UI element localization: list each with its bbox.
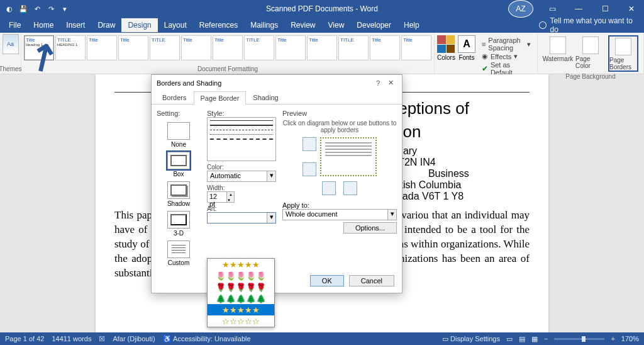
maximize-icon[interactable]: ☐ [592,0,618,18]
setting-none[interactable]: None [157,122,201,148]
art-dropdown: ★★★★★ 🌷🌷🌷🌷🌷 🌹🌹🌹🌹🌹 🌲🌲🌲🌲🌲 ★★★★★ ☆☆☆☆☆ [207,258,275,327]
zoom-level[interactable]: 170% [621,335,639,342]
setting-label: Setting: [157,110,201,117]
dialog-tab-borders[interactable]: Borders [155,91,194,104]
options-button[interactable]: Options... [343,222,397,234]
tell-me-text: Tell me what you want to do [550,16,641,34]
style-thumb[interactable]: TITLE [338,35,369,60]
zoom-in-icon[interactable]: + [611,335,614,342]
setting-3d[interactable]: 3-D [157,211,201,237]
zoom-slider[interactable] [554,338,604,340]
tab-review[interactable]: Review [284,18,321,32]
title-bar: ◐ 💾 ↶ ↷ ▾ Scanned PDF Documents - Word A… [0,0,644,18]
art-option[interactable]: ★★★★★ [208,259,274,270]
tab-mailings[interactable]: Mailings [244,18,284,32]
setting-custom[interactable]: Custom [157,240,201,266]
themes-label: Themes [0,65,22,74]
style-thumb[interactable]: Title [87,35,117,60]
dialog-tab-shading[interactable]: Shading [246,91,285,104]
border-bottom-button[interactable] [303,162,316,176]
view-web-icon[interactable]: ▦ [531,335,538,343]
preview-label: Preview [282,110,397,117]
ribbon-options-icon[interactable]: ▭ [540,0,565,18]
style-thumb[interactable]: Title [181,35,211,60]
status-language[interactable]: Afar (Djibouti) [113,335,155,342]
status-accessibility[interactable]: ♿ Accessibility: Unavailable [163,335,251,343]
themes-button[interactable]: Aa [3,34,19,54]
tab-view[interactable]: View [322,18,351,32]
style-thumb[interactable]: Title [275,35,306,60]
page-borders-button[interactable]: Page Borders [608,35,638,72]
art-label: Art: [207,205,276,212]
redo-icon[interactable]: ↷ [47,4,55,13]
style-thumb[interactable]: Title [307,35,337,60]
width-spinner[interactable]: 12 pt▲▼ [207,191,235,203]
lightbulb-icon [539,21,547,29]
art-option[interactable]: 🌷🌷🌷🌷🌷 [208,270,274,281]
effects-button[interactable]: ◉ Effects ▾ [482,52,531,60]
style-thumb[interactable]: Title [118,35,148,60]
dialog-close-icon[interactable]: ✕ [384,79,397,87]
tab-file[interactable]: File [3,18,27,32]
tab-help[interactable]: Help [397,18,426,32]
tab-references[interactable]: References [193,18,244,32]
autosave-icon[interactable]: ◐ [5,4,14,13]
art-option[interactable]: ☆☆☆☆☆ [208,315,274,327]
tab-draw[interactable]: Draw [91,18,121,32]
style-gallery[interactable]: TitleHeading 1 TITLEHEADING 1 Title Titl… [24,34,431,62]
docfmt-label: Document Formatting [24,65,431,74]
border-preview[interactable] [320,137,377,176]
zoom-out-icon[interactable]: − [544,335,548,342]
setting-shadow[interactable]: Shadow [157,181,201,207]
art-option-selected[interactable]: ★★★★★ [208,304,274,315]
border-left-button[interactable] [322,181,336,195]
art-option[interactable]: 🌹🌹🌹🌹🌹 [208,281,274,293]
style-list[interactable] [207,117,276,161]
cancel-button[interactable]: Cancel [349,275,394,286]
ribbon-tabs: File Home Insert Draw Design Layout Refe… [0,18,644,33]
page-color-button[interactable]: Page Color [575,35,606,72]
applyto-combo[interactable]: Whole document▾ [282,209,397,220]
tell-me-search[interactable]: Tell me what you want to do [539,16,641,34]
qat-customize-icon[interactable]: ▾ [60,4,69,13]
style-label: Style: [207,110,276,117]
watermark-button[interactable]: Watermark [543,35,573,72]
dialog-tab-page-border[interactable]: Page Border [194,91,247,105]
art-option[interactable]: 🌲🌲🌲🌲🌲 [208,293,274,304]
color-combo[interactable]: Automatic▾ [207,171,276,182]
tab-layout[interactable]: Layout [158,18,193,32]
view-read-icon[interactable]: ▭ [506,335,513,343]
fonts-button[interactable]: A [458,35,475,53]
user-avatar[interactable]: AZ [508,0,533,18]
close-icon[interactable]: ✕ [619,0,644,18]
status-page[interactable]: Page 1 of 42 [5,335,44,342]
tab-home[interactable]: Home [27,18,60,32]
undo-icon[interactable]: ↶ [33,4,42,13]
paragraph-spacing-button[interactable]: ≡ Paragraph Spacing ▾ [482,37,531,52]
style-thumb[interactable]: TITLE [150,35,180,60]
style-thumb[interactable]: TITLE [244,35,274,60]
ok-button[interactable]: OK [310,275,344,286]
colors-button[interactable] [437,35,455,53]
doc-meta-1: ary [403,145,417,156]
style-thumb[interactable]: Title [401,35,431,60]
status-spellcheck-icon[interactable]: ☒ [99,335,105,343]
tab-design[interactable]: Design [121,18,157,32]
display-settings[interactable]: ▭ Display Settings [442,335,500,343]
art-combo[interactable]: ▾ [207,212,276,223]
border-top-button[interactable] [303,137,316,151]
tab-developer[interactable]: Developer [350,18,397,32]
dialog-help-icon[interactable]: ? [372,79,384,87]
status-bar: Page 1 of 42 14411 words ☒ Afar (Djibout… [0,332,644,345]
window-title: Scanned PDF Documents - Word [266,4,378,13]
borders-shading-dialog: Borders and Shading ? ✕ Borders Page Bor… [151,74,402,293]
style-thumb[interactable]: Title [213,35,243,60]
view-print-icon[interactable]: ▤ [519,335,525,343]
border-right-button[interactable] [343,181,357,195]
minimize-icon[interactable]: ― [566,0,591,18]
status-words[interactable]: 14411 words [52,335,91,342]
style-thumb[interactable]: Title [370,35,400,60]
save-icon[interactable]: 💾 [19,4,28,13]
setting-box[interactable]: Box [157,152,201,178]
tab-insert[interactable]: Insert [60,18,91,32]
